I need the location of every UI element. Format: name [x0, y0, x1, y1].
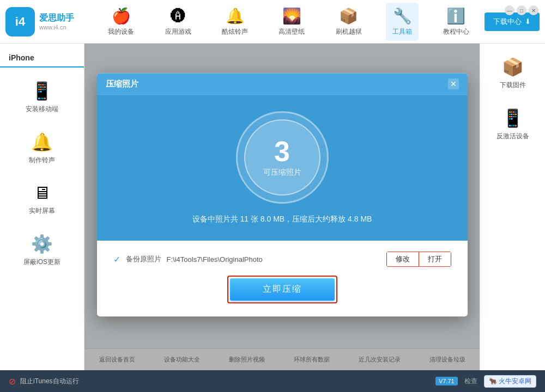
nav-item-tutorials[interactable]: ℹ️ 教程中心: [437, 3, 476, 41]
apple-icon: 🍎: [112, 7, 131, 25]
compress-button-area: 立即压缩: [113, 275, 451, 303]
circle-outer: 3 可压缩照片: [236, 111, 329, 204]
sidebar-label-block-update: 屏蔽iOS更新: [23, 258, 60, 267]
download-center-label: 下载中心: [493, 17, 522, 27]
circle-area: 3 可压缩照片: [119, 111, 446, 204]
watermark-logo: 🐂: [489, 377, 497, 385]
version-badge: V7.71: [435, 377, 458, 385]
top-bar: — □ ✕ i4 爱思助手 www.i4.cn 🍎 我的设备 🅐 应用游戏: [0, 0, 545, 44]
circle-inner: 3 可压缩照片: [244, 119, 320, 195]
modal-footer: ✓ 备份原照片 F:\i4Tools7\Files\OriginalPhoto …: [97, 241, 468, 316]
jailbreak-icon: 📦: [339, 7, 358, 25]
nav-item-jailbreak[interactable]: 📦 刷机越狱: [329, 3, 368, 41]
sidebar-label-install-app: 安装移动端: [26, 105, 58, 114]
reactivate-icon: 📱: [502, 108, 524, 128]
maximize-button[interactable]: □: [517, 5, 526, 15]
nav-items: 🍎 我的设备 🅐 应用游戏 🔔 酷炫铃声 🌄 高清壁纸 📦 刷机越狱 🔧: [93, 3, 485, 41]
path-row: ✓ 备份原照片 F:\i4Tools7\Files\OriginalPhoto …: [113, 252, 451, 267]
compress-btn-wrapper: 立即压缩: [227, 275, 337, 303]
info-text: 设备中照片共 11 张 8.0 MB，压缩后大约释放 4.8 MB: [119, 215, 446, 224]
nav-item-my-device[interactable]: 🍎 我的设备: [101, 3, 141, 41]
close-button[interactable]: ✕: [529, 5, 538, 15]
logo-area: i4 爱思助手 www.i4.cn: [5, 7, 93, 36]
compress-photos-modal: 压缩照片 ✕ 3 可压缩照片 设备中照片共 11 张 8.0 MB，压缩后大约释…: [97, 73, 468, 316]
ringtone-icon: 🔔: [31, 132, 53, 152]
compress-now-button[interactable]: 立即压缩: [230, 278, 335, 301]
nav-label-toolbox: 工具箱: [392, 27, 412, 36]
firmware-icon: 📦: [502, 57, 524, 77]
logo-char: i4: [15, 15, 25, 29]
toolbox-icon: 🔧: [393, 7, 412, 25]
logo-icon: i4: [5, 7, 35, 36]
bottom-bar: ⊘ 阻止iTunes自动运行 V7.71 检查 🐂 火牛安卓网: [0, 370, 545, 392]
nav-label-tutorials: 教程中心: [443, 27, 469, 36]
nav-item-toolbox[interactable]: 🔧 工具箱: [386, 3, 419, 41]
count-label: 可压缩照片: [263, 168, 301, 177]
sidebar-label-screen-mirror: 实时屏幕: [29, 206, 55, 216]
window-controls: — □ ✕: [505, 5, 538, 15]
logo-url: www.i4.cn: [39, 24, 74, 30]
nav-item-apps-games[interactable]: 🅐 应用游戏: [159, 3, 198, 41]
modify-button[interactable]: 修改: [387, 252, 419, 266]
nav-item-ringtones[interactable]: 🔔 酷炫铃声: [215, 3, 255, 41]
sidebar-item-block-update[interactable]: ⚙️ 屏蔽iOS更新: [4, 227, 80, 273]
device-label: iPhone: [0, 49, 84, 68]
sidebar-item-make-ringtone[interactable]: 🔔 制作铃声: [4, 125, 80, 171]
watermark-text: 火牛安卓网: [499, 377, 531, 385]
path-buttons: 修改 打开: [386, 252, 451, 267]
nav-label-my-device: 我的设备: [108, 27, 134, 36]
main-area: iPhone 📱 安装移动端 🔔 制作铃声 🖥 实时屏幕 ⚙️ 屏蔽iOS更新: [0, 44, 545, 370]
modal-body: 3 可压缩照片 设备中照片共 11 张 8.0 MB，压缩后大约释放 4.8 M…: [97, 95, 468, 241]
screen-icon: 🖥: [33, 183, 51, 203]
block-update-icon: ⚙️: [31, 234, 53, 254]
apps-icon: 🅐: [171, 7, 186, 25]
right-label-download-firmware: 下载固件: [500, 81, 526, 90]
nav-item-wallpapers[interactable]: 🌄 高清壁纸: [272, 3, 311, 41]
sidebar-item-install-app[interactable]: 📱 安装移动端: [4, 74, 80, 120]
nav-label-ringtones: 酷炫铃声: [222, 27, 248, 36]
bottom-right: V7.71 检查 🐂 火牛安卓网: [435, 375, 536, 388]
right-sidebar: 📦 下载固件 📱 反激活设备: [480, 44, 545, 370]
check-icon: ✓: [113, 254, 120, 265]
nav-label-jailbreak: 刷机越狱: [336, 27, 362, 36]
bottom-left: ⊘ 阻止iTunes自动运行: [9, 376, 79, 387]
path-value: F:\i4Tools7\Files\OriginalPhoto: [167, 255, 381, 264]
content-area: 返回设备首页 设备功能大全 删除照片视频 环球所有数据 近几次安装记录 清理设备…: [84, 44, 480, 370]
modal-title: 压缩照片: [106, 79, 138, 89]
bell-icon: 🔔: [226, 7, 245, 25]
modal-close-button[interactable]: ✕: [448, 78, 459, 89]
nav-label-apps-games: 应用游戏: [165, 27, 191, 36]
right-item-download-firmware[interactable]: 📦 下载固件: [495, 50, 530, 96]
right-label-reactivate: 反激活设备: [496, 132, 529, 141]
logo-text: 爱思助手 www.i4.cn: [39, 13, 74, 30]
check-update-label[interactable]: 检查: [464, 377, 477, 386]
sidebar-item-screen-mirror[interactable]: 🖥 实时屏幕: [4, 176, 80, 222]
stop-itunes-label: 阻止iTunes自动运行: [20, 377, 79, 386]
backup-label: 备份原照片: [126, 254, 161, 264]
photo-count: 3: [274, 137, 290, 166]
sidebar: iPhone 📱 安装移动端 🔔 制作铃声 🖥 实时屏幕 ⚙️ 屏蔽iOS更新: [0, 44, 84, 370]
modal-titlebar: 压缩照片 ✕: [97, 73, 468, 95]
download-arrow-icon: ⬇: [525, 17, 531, 26]
minimize-button[interactable]: —: [505, 5, 514, 15]
install-app-icon: 📱: [31, 81, 53, 101]
info-icon: ℹ️: [446, 7, 465, 25]
wallpaper-icon: 🌄: [282, 7, 301, 25]
right-item-reactivate[interactable]: 📱 反激活设备: [492, 101, 534, 148]
sidebar-label-make-ringtone: 制作铃声: [29, 156, 55, 165]
open-button[interactable]: 打开: [419, 252, 451, 266]
stop-icon: ⊘: [9, 376, 16, 387]
nav-label-wallpapers: 高清壁纸: [278, 27, 305, 36]
watermark-label[interactable]: 🐂 火牛安卓网: [484, 375, 536, 388]
logo-name: 爱思助手: [39, 13, 74, 24]
